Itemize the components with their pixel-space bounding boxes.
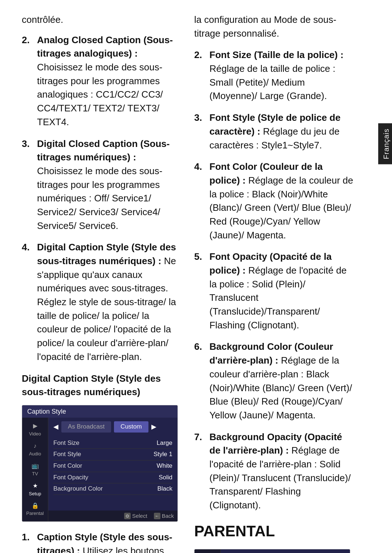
item-title: Analog Closed Caption (Sous-titrages ana…: [37, 34, 173, 59]
menu-label: Background Color: [53, 484, 103, 493]
section-heading: Digital Caption Style (Style des sous-ti…: [22, 372, 181, 399]
item-text: Ne s'applique qu'aux canaux numériques a…: [37, 255, 176, 362]
parental-icon: 🔒: [30, 501, 40, 509]
item-content: Analog Closed Caption (Sous-titrages ana…: [37, 33, 181, 129]
parental-heading: PARENTAL: [194, 520, 354, 542]
item-title: Font Size (Taille de la police) :: [209, 49, 343, 60]
sidebar-item-audio: ♪ Audio: [22, 440, 48, 460]
list-item: 6. Background Color (Couleur d'arrière-p…: [194, 340, 354, 422]
tv-parental-body: ▶ Video ♪ Audio 📺 TV: [195, 549, 350, 553]
sidebar-label: Audio: [29, 451, 41, 458]
left-column: contrôlée. 2. Analog Closed Caption (Sou…: [22, 13, 181, 553]
sidebar-item-video: ▶ Video: [195, 552, 220, 553]
list-item: 2. Analog Closed Caption (Sous-titrages …: [22, 33, 181, 129]
footer-back: ← Back: [154, 512, 174, 520]
menu-row-fontcolor: Font Color White: [53, 460, 172, 472]
menu-row-fontstyle: Font Style Style 1: [53, 449, 172, 460]
list-item: 4. Font Color (Couleur de la police) : R…: [194, 160, 354, 242]
as-broadcast-btn: As Broadcast: [61, 421, 111, 433]
tv-icon: 📺: [30, 462, 40, 470]
item-content: Digital Closed Caption (Sous-titrages nu…: [37, 137, 181, 233]
list-item: 5. Font Opacity (Opacité de la police) :…: [194, 250, 354, 332]
menu-label: Font Size: [53, 439, 79, 448]
list-item: 3. Digital Closed Caption (Sous-titrages…: [22, 137, 181, 233]
item-num: 2.: [194, 48, 209, 103]
main-list-right: 2. Font Size (Taille de la police) : Rég…: [194, 48, 354, 512]
item-content: Background Opacity (Opacité de l'arrière…: [209, 430, 354, 512]
item-num: 3.: [194, 111, 209, 152]
menu-row-fontsize: Font Size Large: [53, 438, 172, 449]
item-content: Font Color (Couleur de la police) : Régl…: [209, 160, 354, 242]
sidebar-label: TV: [32, 471, 38, 478]
footer-select: ⊙ Select: [124, 512, 147, 520]
item-content: Font Opacity (Opacité de la police) : Ré…: [209, 250, 354, 332]
list-item: 2. Font Size (Taille de la police) : Rég…: [194, 48, 354, 103]
menu-value: Large: [157, 439, 172, 448]
tv-nav-row: ◀ As Broadcast Custom ▶: [53, 421, 172, 433]
right-column: la configuration au Mode de sous-titrage…: [194, 13, 354, 553]
tv-screenshot-parental: ▶ Video ♪ Audio 📺 TV: [194, 549, 350, 553]
item-num: 5.: [194, 250, 209, 332]
menu-value: Style 1: [154, 450, 172, 459]
item-content: Caption Style (Style des sous-titrages) …: [37, 531, 181, 553]
sidebar-label: Video: [29, 431, 41, 438]
item-num: 1.: [22, 531, 37, 553]
footer-select-label: Select: [132, 512, 147, 520]
menu-row-bgcolor: Background Color Black: [53, 483, 172, 495]
menu-value: White: [157, 462, 172, 471]
item-text: Choisissez le mode des sous-titrages pou…: [37, 165, 162, 231]
main-list-left: 2. Analog Closed Caption (Sous-titrages …: [22, 33, 181, 364]
setup-icon: ★: [30, 482, 40, 490]
side-tab: Français: [378, 123, 392, 164]
list-item: 3. Font Style (Style de police de caract…: [194, 111, 354, 152]
sidebar-label: Parental: [26, 510, 44, 517]
item-num: 2.: [22, 33, 37, 129]
item-num: 3.: [22, 137, 37, 233]
sidebar-item-video: ▶ Video: [22, 420, 48, 440]
item-text: Choisissez le mode des sous-titrages pou…: [37, 62, 163, 127]
menu-label: Font Opacity: [53, 473, 88, 482]
tv-screenshot-caption-style: Caption Style ▶ Video ♪ Audio: [22, 405, 178, 522]
intro-text: contrôlée.: [22, 13, 181, 27]
menu-value: Black: [157, 484, 172, 493]
list-item: 1. Caption Style (Style des sous-titrage…: [22, 531, 181, 553]
item-text: Réglage de la taille de police : Small (…: [209, 63, 335, 101]
tv-footer: ⊙ Select ← Back: [48, 511, 177, 521]
menu-value: Solid: [159, 473, 172, 482]
item-num: 6.: [194, 340, 209, 422]
content-area: contrôlée. 2. Analog Closed Caption (Sou…: [0, 0, 392, 553]
tv-sidebar-parental: ▶ Video ♪ Audio 📺 TV: [195, 549, 221, 553]
tv-body: ▶ Video ♪ Audio 📺 TV: [22, 418, 177, 521]
select-icon: ⊙: [124, 513, 131, 519]
footer-back-label: Back: [162, 512, 174, 520]
menu-label: Font Style: [53, 450, 81, 459]
menu-row-fontopacity: Font Opacity Solid: [53, 472, 172, 484]
item-num: 7.: [194, 430, 209, 512]
menu-label: Font Color: [53, 462, 82, 471]
sidebar-item-parental: 🔒 Parental: [22, 499, 48, 519]
video-icon: ▶: [30, 422, 40, 430]
item-content: Digital Caption Style (Style des sous-ti…: [37, 241, 181, 364]
item-content: Background Color (Couleur d'arrière-plan…: [209, 340, 354, 422]
list-item: 7. Background Opacity (Opacité de l'arri…: [194, 430, 354, 512]
list-item: 4. Digital Caption Style (Style des sous…: [22, 241, 181, 364]
right-arrow-icon: ▶: [151, 422, 156, 431]
sidebar-item-tv: 📺 TV: [22, 460, 48, 480]
tv-parental-main: Password: [221, 549, 350, 553]
back-icon: ←: [154, 513, 160, 519]
item-num: 4.: [194, 160, 209, 242]
left-arrow-icon: ◀: [53, 422, 58, 431]
item-content: Font Style (Style de police de caractère…: [209, 111, 354, 152]
tv-main: ◀ As Broadcast Custom ▶ Font Size Large: [48, 418, 177, 511]
sidebar-label: Setup: [29, 491, 41, 497]
custom-btn: Custom: [114, 421, 148, 433]
tv-top-bar: Caption Style: [22, 405, 177, 418]
two-col-layout: contrôlée. 2. Analog Closed Caption (Sou…: [22, 13, 354, 553]
item-num: 4.: [22, 241, 37, 364]
tv-sidebar: ▶ Video ♪ Audio 📺 TV: [22, 418, 48, 521]
sub-list-left: 1. Caption Style (Style des sous-titrage…: [22, 531, 181, 553]
note-continues: la configuration au Mode de sous-titrage…: [194, 13, 354, 40]
item-title: Digital Closed Caption (Sous-titrages nu…: [37, 138, 170, 163]
page-container: Français contrôlée. 2. Analog Closed Cap…: [0, 0, 392, 553]
item-title: Digital Caption Style (Style des sous-ti…: [37, 242, 176, 266]
